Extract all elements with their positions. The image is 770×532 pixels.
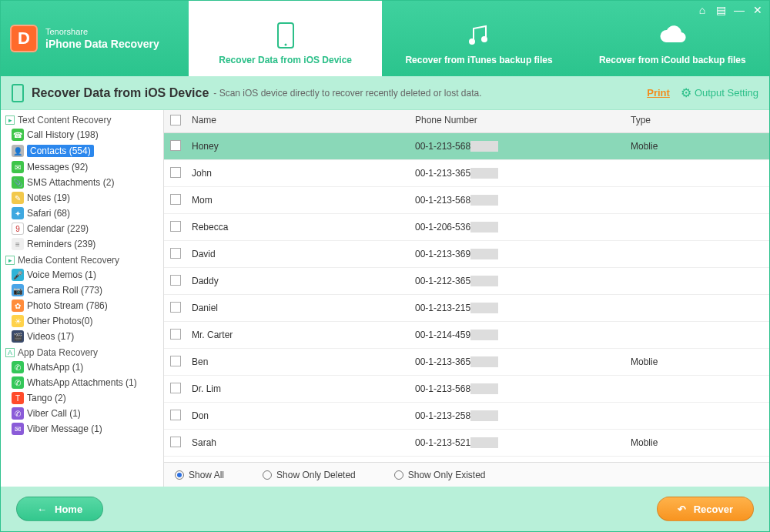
brand-label: Tenorshare — [45, 26, 159, 37]
table-row[interactable]: Don00-1-213-258 — [164, 403, 769, 430]
row-checkbox[interactable] — [170, 248, 181, 259]
sidebar-item[interactable]: 9Calendar (229) — [1, 221, 163, 236]
svg-point-2 — [469, 38, 475, 45]
sidebar-item[interactable]: ☎Call History (198) — [1, 127, 163, 142]
phone-masked — [470, 437, 498, 448]
row-checkbox[interactable] — [170, 194, 181, 205]
cell-name: Sarah — [192, 437, 415, 448]
sidebar-item[interactable]: ≡Reminders (239) — [1, 236, 163, 252]
sidebar-item-label: Viber Message (1) — [27, 423, 102, 434]
filter-label: Show Only Deleted — [276, 470, 356, 480]
table-header: Name Phone Number Type — [164, 110, 769, 133]
home-button[interactable]: ← Home — [16, 497, 103, 521]
select-all-checkbox[interactable] — [170, 115, 181, 125]
sidebar-item[interactable]: TTango (2) — [1, 390, 163, 406]
row-checkbox[interactable] — [170, 167, 181, 178]
tab-0[interactable]: Recover Data from iOS Device — [189, 1, 382, 76]
filter-bar: Show AllShow Only DeletedShow Only Exist… — [164, 462, 769, 487]
row-checkbox[interactable] — [170, 302, 181, 313]
tab-1[interactable]: Recover from iTunes backup files — [382, 1, 575, 76]
table-row[interactable]: Daddy00-1-212-365 — [164, 268, 769, 295]
home-icon[interactable]: ⌂ — [695, 4, 709, 16]
header-phone[interactable]: Phone Number — [415, 115, 631, 128]
filter-radio[interactable]: Show Only Existed — [394, 470, 486, 480]
row-checkbox[interactable] — [170, 437, 181, 447]
sidebar-item[interactable]: 👤Contacts (554) — [1, 142, 163, 159]
category-icon: ✉ — [12, 161, 24, 173]
contacts-table: Name Phone Number Type Honey00-1-213-568… — [164, 110, 769, 457]
expand-icon: A — [5, 348, 15, 357]
minimize-icon[interactable]: — — [732, 4, 746, 16]
page-description: - Scan iOS device directly to recover re… — [213, 88, 481, 99]
phone-masked — [470, 276, 498, 286]
sidebar-group[interactable]: AApp Data Recovery — [1, 344, 163, 360]
sidebar-item[interactable]: ✉Viber Message (1) — [1, 421, 163, 437]
filter-radio[interactable]: Show Only Deleted — [263, 470, 356, 480]
cell-phone: 00-1-213-568 — [415, 195, 631, 206]
row-checkbox[interactable] — [170, 140, 181, 151]
tab-label: Recover from iCould backup files — [599, 55, 746, 65]
sidebar-group[interactable]: ▸Media Content Recovery — [1, 252, 163, 267]
sidebar-item-label: Voice Memos (1) — [27, 269, 96, 280]
sidebar-item-label: Messages (92) — [27, 162, 88, 172]
table-row[interactable]: Dr. Lim00-1-213-568 — [164, 376, 769, 403]
filter-radio[interactable]: Show All — [175, 470, 224, 480]
table-row[interactable]: Sarah00-1-213-521Moblie — [164, 430, 769, 457]
sidebar-item[interactable]: ✿Photo Stream (786) — [1, 298, 163, 313]
close-icon[interactable]: ✕ — [751, 4, 765, 16]
sidebar-item[interactable]: ✦Safari (68) — [1, 206, 163, 221]
table-row[interactable]: John00-1-213-365 — [164, 160, 769, 187]
category-icon: ✎ — [12, 192, 24, 204]
sidebar-group[interactable]: ▸Text Content Recovery — [1, 112, 163, 127]
sidebar-item[interactable]: ✆WhatsApp Attachments (1) — [1, 375, 163, 390]
sidebar-item[interactable]: ☀Other Photos(0) — [1, 313, 163, 329]
row-checkbox[interactable] — [170, 329, 181, 340]
sidebar-group-label: App Data Recovery — [18, 347, 98, 358]
table-row[interactable]: Honey00-1-213-568Moblie — [164, 133, 769, 160]
menu-icon[interactable]: ▤ — [714, 4, 728, 16]
output-setting-label: Output Setting — [695, 87, 758, 99]
phone-masked — [470, 141, 498, 152]
sidebar-item[interactable]: ✎Notes (19) — [1, 190, 163, 206]
cell-name: Don — [192, 410, 415, 421]
sidebar-item[interactable]: 🎬Videos (17) — [1, 329, 163, 344]
header-name[interactable]: Name — [192, 115, 415, 128]
undo-icon: ↶ — [678, 504, 686, 515]
row-checkbox[interactable] — [170, 356, 181, 366]
category-icon: 🎤 — [12, 269, 24, 281]
sidebar-item[interactable]: ✆WhatsApp (1) — [1, 360, 163, 375]
category-icon: ✉ — [12, 423, 24, 435]
category-icon: 📷 — [12, 284, 24, 296]
recover-button[interactable]: ↶ Recover — [657, 497, 754, 521]
sidebar-item[interactable]: 🎤Voice Memos (1) — [1, 267, 163, 283]
row-checkbox[interactable] — [170, 275, 181, 286]
sidebar-item[interactable]: 📷Camera Roll (773) — [1, 283, 163, 298]
table-row[interactable]: Rebecca00-1-206-536 — [164, 214, 769, 241]
print-link[interactable]: Print — [647, 87, 670, 99]
table-row[interactable]: Mr. Carter00-1-214-459 — [164, 322, 769, 349]
sidebar-item[interactable]: ✆Viber Call (1) — [1, 406, 163, 421]
category-icon: 🎬 — [12, 330, 24, 343]
row-checkbox[interactable] — [170, 221, 181, 232]
table-wrap[interactable]: Name Phone Number Type Honey00-1-213-568… — [164, 110, 769, 462]
output-setting-link[interactable]: ⚙ Output Setting — [681, 85, 758, 100]
header-type[interactable]: Type — [631, 115, 763, 128]
table-row[interactable]: Daniel00-1-213-215 — [164, 295, 769, 322]
sidebar-item-label: Reminders (239) — [27, 239, 95, 249]
table-row[interactable]: Mom00-1-213-568 — [164, 187, 769, 214]
cell-phone: 00-1-213-365 — [415, 168, 631, 179]
sidebar-item[interactable]: ✉Messages (92) — [1, 159, 163, 175]
category-icon: 👤 — [12, 145, 24, 157]
sidebar-item-label: Videos (17) — [27, 331, 74, 342]
sidebar-item-label: Viber Call (1) — [27, 408, 81, 419]
table-row[interactable]: Ben00-1-213-365Moblie — [164, 349, 769, 376]
app-logo-icon: D — [10, 25, 38, 52]
phone-icon — [270, 22, 301, 49]
sidebar-item[interactable]: 📎SMS Attachments (2) — [1, 175, 163, 190]
cell-type: Moblie — [631, 437, 763, 448]
row-checkbox[interactable] — [170, 410, 181, 420]
row-checkbox[interactable] — [170, 383, 181, 393]
body: ▸Text Content Recovery☎Call History (198… — [1, 110, 769, 487]
table-row[interactable]: David00-1-213-369 — [164, 241, 769, 268]
sidebar-item-label: Contacts (554) — [27, 145, 94, 157]
